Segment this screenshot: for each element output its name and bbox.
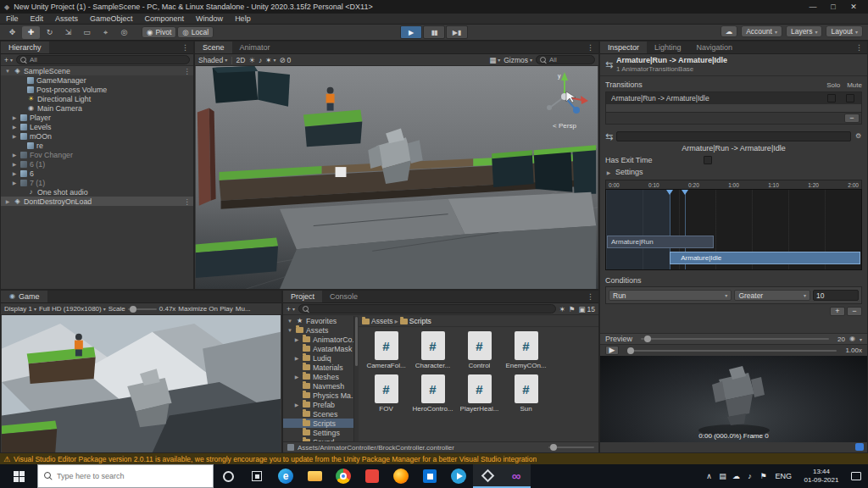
move-tool-icon[interactable]: ✚ (22, 26, 40, 39)
mute-toggle[interactable]: Mu... (236, 305, 251, 313)
file-explorer-button[interactable] (300, 464, 329, 488)
expand-arrow-icon[interactable]: ▶ (11, 180, 18, 186)
breadcrumb-current[interactable]: Scripts (409, 317, 431, 325)
hierarchy-item[interactable]: re (1, 141, 193, 150)
transition-start-handle[interactable] (666, 190, 673, 195)
settings-foldout[interactable]: Settings (615, 168, 643, 176)
remove-condition-button[interactable]: − (847, 307, 862, 316)
close-button[interactable]: ✕ (843, 0, 864, 14)
rotate-tool-icon[interactable]: ↻ (41, 26, 58, 39)
folder-row[interactable]: ▶Ludiq (283, 353, 353, 363)
folder-row-selected[interactable]: Scripts (283, 419, 353, 428)
clip-bar-idle[interactable]: Armature|Idle (670, 252, 860, 264)
hierarchy-item[interactable]: ▶7 (1) (1, 178, 193, 187)
clip-bar-run[interactable]: Armature|Run (607, 236, 714, 248)
asset-item[interactable]: #Character... (410, 331, 455, 369)
hierarchy-item[interactable]: ▶mOOn (1, 131, 193, 141)
scale-tool-icon[interactable]: ⇲ (59, 26, 77, 39)
task-view-button[interactable] (242, 464, 271, 488)
hierarchy-item[interactable]: GameManager (1, 75, 193, 85)
gear-icon[interactable]: ⚙ (854, 133, 862, 140)
resolution-dropdown[interactable]: Full HD (1920x1080)▾ (39, 305, 106, 313)
transform-tool-icon[interactable]: ⌖ (97, 26, 114, 39)
hidden-packages-toggle[interactable]: ▣15 (579, 305, 596, 313)
hierarchy-search-input[interactable]: All (16, 55, 190, 64)
telegram-app-button[interactable] (444, 464, 473, 488)
menu-window[interactable]: Window (190, 14, 229, 23)
tab-navigation[interactable]: Navigation (689, 42, 741, 53)
menu-help[interactable]: Help (229, 14, 257, 23)
start-button[interactable] (0, 464, 37, 488)
network-icon[interactable]: ⚑ (756, 472, 770, 480)
tab-inspector[interactable]: Inspector (600, 42, 647, 53)
timeline-ruler[interactable]: 0:000:100:201:001:101:202:00 (605, 180, 862, 189)
preview-play-button[interactable]: ▶ (605, 346, 619, 355)
foldout-arrow-icon[interactable]: ▶ (605, 169, 612, 175)
firefox-app-button[interactable] (387, 464, 415, 488)
breadcrumb-root[interactable]: Assets (371, 317, 393, 325)
expand-arrow-icon[interactable]: ▶ (4, 198, 11, 204)
hierarchy-item[interactable]: ▶Player (1, 113, 193, 122)
account-dropdown[interactable]: Account▾ (741, 25, 782, 37)
tab-project[interactable]: Project (283, 291, 322, 302)
shading-dropdown[interactable]: Shaded▾ (198, 56, 227, 64)
asset-item[interactable]: #Control (457, 331, 502, 369)
pause-button[interactable]: ▮▮ (423, 25, 445, 39)
panel-menu-icon[interactable]: ⋮ (582, 291, 598, 302)
asset-item[interactable]: #FOV (364, 374, 409, 413)
condition-value-input[interactable] (813, 290, 859, 301)
hierarchy-item[interactable]: ▶Fov Changer (1, 150, 193, 159)
scene-gizmo[interactable]: y < Persp (537, 69, 592, 132)
expand-arrow-icon[interactable]: ▶ (293, 374, 300, 380)
play-button[interactable]: ▶ (400, 25, 422, 39)
slider-knob[interactable] (550, 444, 557, 451)
menu-component[interactable]: Component (139, 14, 191, 23)
folder-row[interactable]: Navmesh (283, 381, 353, 391)
create-asset-button[interactable]: + ▾ (287, 305, 295, 313)
rect-tool-icon[interactable]: ▭ (78, 26, 96, 39)
taskbar-search[interactable] (37, 464, 214, 488)
assets-root-row[interactable]: ▼Assets (283, 325, 353, 335)
preview-scrub-slider[interactable] (627, 350, 837, 352)
notification-icon[interactable] (855, 443, 864, 451)
unity-app-button[interactable] (473, 464, 502, 488)
tray-expand-icon[interactable]: ∧ (702, 472, 715, 480)
scene-audio-icon[interactable]: ♪ (259, 56, 262, 64)
favorites-row[interactable]: ▼★Favorites (283, 316, 353, 325)
hierarchy-item[interactable]: ▶6 (1) (1, 159, 193, 169)
menu-assets[interactable]: Assets (49, 14, 84, 23)
hand-tool-icon[interactable]: ✥ (3, 26, 21, 39)
taskbar-search-input[interactable] (57, 472, 192, 480)
layout-dropdown[interactable]: Layout▾ (826, 25, 863, 37)
create-menu-button[interactable]: + ▾ (4, 56, 13, 64)
transition-name-field[interactable] (616, 131, 851, 141)
edge-app-button[interactable]: e (271, 464, 300, 488)
display-dropdown[interactable]: Display 1▾ (4, 305, 36, 313)
transition-end-handle[interactable] (682, 190, 688, 195)
transition-timeline[interactable]: Armature|Run Armature|Idle (605, 189, 862, 270)
game-render[interactable] (1, 315, 281, 452)
visual-studio-app-button[interactable]: ∞ (502, 464, 531, 488)
folder-row[interactable]: ▶AnimatorCo... (283, 335, 353, 344)
solo-checkbox[interactable] (827, 94, 836, 103)
local-toggle[interactable]: ◎Local (177, 26, 214, 38)
dont-destroy-row[interactable]: ▶ ◈ DontDestroyOnLoad ⋮ (1, 197, 193, 206)
volume-icon[interactable]: ♪ (743, 472, 756, 480)
expand-arrow-icon[interactable]: ▼ (287, 328, 293, 333)
step-button[interactable]: ▶▮ (446, 25, 468, 39)
perspective-label[interactable]: < Persp (537, 122, 592, 130)
folder-row[interactable]: Materials (283, 363, 353, 372)
asset-item[interactable]: #EnemyCOn... (504, 331, 548, 369)
taskbar-clock[interactable]: 13:44 01-09-2021 (797, 468, 846, 485)
expand-arrow-icon[interactable]: ▶ (11, 161, 18, 167)
hierarchy-item[interactable]: ☀Directional Light (1, 94, 193, 103)
asset-item[interactable]: #CameraFol... (364, 331, 409, 369)
hierarchy-item[interactable]: ◉Main Camera (1, 103, 193, 113)
mute-checkbox[interactable] (846, 94, 854, 103)
expand-arrow-icon[interactable]: ▶ (11, 170, 18, 176)
folder-row[interactable]: Physics Ma... (283, 391, 353, 400)
tab-game[interactable]: ◉Game (1, 291, 47, 302)
action-center-icon[interactable] (851, 472, 861, 480)
asset-item[interactable]: #Sun (504, 374, 548, 413)
preview-speed-slider[interactable] (641, 338, 829, 340)
